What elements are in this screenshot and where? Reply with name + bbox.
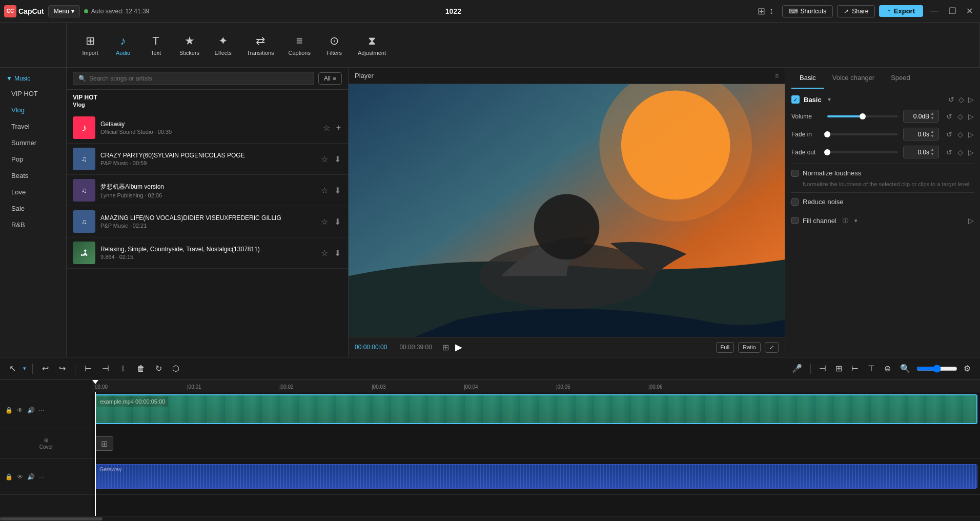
list-item[interactable]: 🏞 Relaxing, Simple, Countryside, Travel,… [67, 237, 348, 269]
audio-volume-icon[interactable]: 🔊 [26, 472, 36, 482]
expand-button[interactable]: ⤢ [765, 342, 779, 353]
favorite-button[interactable]: ☆ [322, 122, 331, 134]
list-item[interactable]: ♪ Getaway Official Sound Studio · 00:39 … [67, 112, 348, 144]
fit-center-button[interactable]: ⊞ [832, 362, 845, 375]
toolbar-adjustment[interactable]: ⧗ Adjustment [352, 30, 392, 60]
copy-icon[interactable]: ◇ [958, 95, 964, 104]
video-lock-icon[interactable]: 🔒 [4, 406, 14, 415]
split-left-button[interactable]: ⊢ [81, 362, 95, 375]
loop-button[interactable]: ↻ [152, 362, 165, 375]
player-menu-icon[interactable]: ≡ [775, 72, 779, 79]
volume-reset-icon[interactable]: ↺ [946, 112, 952, 121]
split-tool-button[interactable]: ⊤ [865, 362, 878, 375]
fade-in-paste-icon[interactable]: ▷ [968, 130, 974, 138]
normalize-checkbox[interactable] [791, 170, 799, 177]
shortcuts-button[interactable]: ⌨ Shortcuts [782, 5, 833, 17]
playhead[interactable] [95, 392, 96, 516]
fade-in-up-button[interactable]: ▲ [930, 130, 934, 134]
fade-in-slider[interactable] [827, 133, 898, 135]
fade-in-down-button[interactable]: ▼ [930, 134, 934, 138]
add-button[interactable]: + [335, 122, 342, 134]
undo-button[interactable]: ↩ [39, 362, 52, 375]
all-filter-button[interactable]: All ≡ [318, 72, 342, 85]
zoom-slider[interactable] [916, 365, 957, 373]
sidebar-item-beats[interactable]: Beats [3, 168, 63, 184]
sidebar-item-travel[interactable]: Travel [3, 118, 63, 134]
fade-in-copy-icon[interactable]: ◇ [957, 130, 963, 138]
layout-expand-icon[interactable]: ↕ [769, 6, 774, 16]
volume-slider[interactable] [827, 115, 898, 117]
cover-thumbnail[interactable]: ⊞ [95, 436, 113, 451]
toolbar-effects[interactable]: ✦ Effects [208, 30, 238, 60]
audio-hide-icon[interactable]: 👁 [16, 472, 24, 482]
volume-up-button[interactable]: ▲ [930, 112, 934, 116]
export-button[interactable]: ↑ Export [879, 5, 923, 17]
volume-thumb[interactable] [860, 113, 866, 119]
list-item[interactable]: ♫ AMAZING LIFE(NO VOCALS)DIDIER VISEUXFR… [67, 206, 348, 237]
favorite-button[interactable]: ☆ [320, 216, 329, 228]
fill-channel-info-icon[interactable]: ⓘ [843, 217, 848, 225]
paste-icon[interactable]: ▷ [968, 95, 974, 104]
toolbar-audio[interactable]: ♪ Audio [108, 30, 138, 60]
video-more-icon[interactable]: ··· [38, 406, 45, 415]
video-clip[interactable]: example.mp4 00:00:05:00 [95, 394, 977, 424]
sidebar-item-vip-hot[interactable]: VIP HOT [3, 86, 63, 102]
download-button[interactable]: ⬇ [333, 247, 342, 259]
favorite-button[interactable]: ☆ [320, 153, 329, 165]
timeline-settings-button[interactable]: ⚙ [961, 362, 974, 375]
list-item[interactable]: ♫ 梦想机器Album version Lynne Publishing · 0… [67, 175, 348, 206]
fill-channel-paste-icon[interactable]: ▷ [968, 216, 974, 225]
volume-paste-icon[interactable]: ▷ [968, 112, 974, 121]
fade-out-thumb[interactable] [824, 149, 830, 155]
fade-in-reset-icon[interactable]: ↺ [946, 130, 952, 138]
split-button[interactable]: ⊥ [116, 362, 130, 375]
horizontal-scrollbar[interactable] [0, 517, 103, 520]
fade-in-thumb[interactable] [824, 131, 830, 137]
fade-out-copy-icon[interactable]: ◇ [957, 148, 963, 156]
sidebar-item-sale[interactable]: Sale [3, 201, 63, 216]
tab-speed[interactable]: Speed [883, 68, 918, 89]
grid-view-icon[interactable]: ⊞ [442, 343, 449, 352]
fit-left-button[interactable]: ⊣ [816, 362, 829, 375]
zoom-out-button[interactable]: 🔍 [897, 362, 913, 375]
select-tool-button[interactable]: ↖ [6, 362, 19, 375]
delete-button[interactable]: 🗑 [134, 362, 148, 375]
audio-clip[interactable]: Getaway [95, 464, 977, 489]
toolbar-captions[interactable]: ≡ Captions [282, 30, 317, 60]
toolbar-text[interactable]: T Text [140, 30, 171, 60]
cover-button[interactable]: ⊞ Cover [39, 437, 53, 450]
redo-button[interactable]: ↪ [56, 362, 69, 375]
reset-icon[interactable]: ↺ [948, 95, 954, 104]
close-button[interactable]: ✕ [963, 5, 976, 17]
download-button[interactable]: ⬇ [333, 216, 342, 228]
fade-out-up-button[interactable]: ▲ [930, 148, 934, 152]
fit-right-button[interactable]: ⊢ [848, 362, 862, 375]
fill-channel-checkbox[interactable] [791, 217, 799, 224]
menu-button[interactable]: Menu ▾ [48, 5, 80, 17]
layout-icon[interactable]: ⊞ [758, 6, 765, 17]
restore-button[interactable]: ❐ [946, 5, 959, 17]
list-item[interactable]: ♫ CRAZY PARTY(60)SYLVAIN POGENICOLAS POG… [67, 144, 348, 175]
split-right-button[interactable]: ⊣ [99, 362, 112, 375]
ratio-button[interactable]: Ratio [738, 342, 761, 353]
tab-voice-changer[interactable]: Voice changer [824, 68, 883, 89]
download-button[interactable]: ⬇ [333, 153, 342, 165]
toolbar-transitions[interactable]: ⇄ Transitions [240, 30, 280, 60]
share-button[interactable]: ↗ Share [837, 5, 875, 17]
sidebar-item-vlog[interactable]: Vlog [3, 102, 63, 118]
sidebar-item-love[interactable]: Love [3, 184, 63, 200]
toolbar-stickers[interactable]: ★ Stickers [173, 30, 206, 60]
volume-copy-icon[interactable]: ◇ [957, 112, 963, 121]
toolbar-import[interactable]: ⊞ Import [75, 30, 106, 60]
minimize-button[interactable]: — [927, 5, 942, 17]
basic-checkbox[interactable]: ✓ [791, 95, 800, 104]
tab-basic[interactable]: Basic [791, 68, 824, 89]
toolbar-filters[interactable]: ⊙ Filters [319, 30, 350, 60]
search-input[interactable] [89, 75, 309, 82]
favorite-button[interactable]: ☆ [320, 247, 329, 259]
fade-out-paste-icon[interactable]: ▷ [968, 148, 974, 156]
fade-out-down-button[interactable]: ▼ [930, 152, 934, 156]
favorite-button[interactable]: ☆ [320, 185, 329, 196]
sidebar-item-pop[interactable]: Pop [3, 151, 63, 167]
audio-lock-icon[interactable]: 🔒 [4, 472, 14, 482]
